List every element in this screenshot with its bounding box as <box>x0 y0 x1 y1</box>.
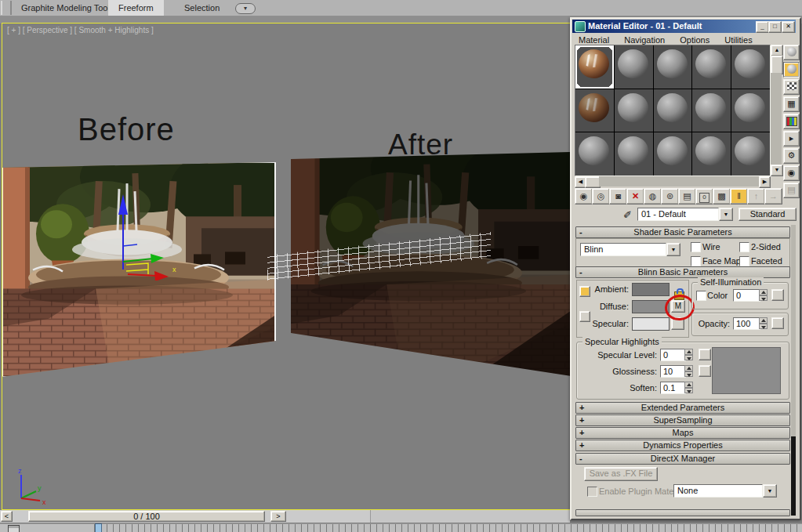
spinner-down-icon[interactable] <box>684 388 693 394</box>
open-mini-curve-editor-icon[interactable] <box>8 525 20 532</box>
spinner-up-icon[interactable] <box>684 365 693 371</box>
viewport-label[interactable]: [ + ] [ Perspective ] [ Smooth + Highlig… <box>7 26 154 34</box>
save-as-fx-file-button[interactable]: Save as .FX File <box>584 467 658 481</box>
slots-scroll-right[interactable]: ▶ <box>759 176 771 188</box>
menu-navigation[interactable]: Navigation <box>618 34 671 45</box>
rollout-shader-basic-parameters[interactable]: - Shader Basic Parameters <box>575 226 790 238</box>
make-material-copy-button[interactable]: ◍ <box>644 188 662 204</box>
track-bar-frame-indicator[interactable] <box>95 523 102 532</box>
specular-level-spinner[interactable] <box>684 349 693 360</box>
rollout-scrollbar-thumb[interactable] <box>791 436 796 516</box>
material-slot-textured[interactable] <box>575 89 614 132</box>
video-color-check-button[interactable] <box>783 114 800 129</box>
ambient-color-swatch[interactable] <box>632 283 670 296</box>
tab-freeform[interactable]: Freeform <box>108 0 164 16</box>
self-illum-value[interactable]: 0 <box>733 289 760 302</box>
chevron-down-icon[interactable]: ▼ <box>763 484 777 498</box>
diffuse-color-swatch[interactable] <box>632 300 670 313</box>
rollout-extended-parameters[interactable]: + Extended Parameters <box>575 402 790 414</box>
show-map-in-viewport-button[interactable]: ▩ <box>713 188 731 204</box>
rollout-supersampling[interactable]: + SuperSampling <box>575 414 790 426</box>
spinner-down-icon[interactable] <box>684 355 693 361</box>
spinner-up-icon[interactable] <box>684 382 693 388</box>
minimize-button[interactable]: _ <box>756 21 769 33</box>
rollout-blinn-basic-parameters[interactable]: - Blinn Basic Parameters <box>575 266 790 278</box>
rollout-partial[interactable] <box>575 509 790 516</box>
self-illum-spinner[interactable] <box>759 289 768 301</box>
material-slot[interactable] <box>615 89 653 132</box>
put-to-library-button[interactable]: ▤ <box>678 188 696 204</box>
tab-graphite-modeling-tools[interactable]: Graphite Modeling Tools <box>11 0 124 16</box>
chevron-down-icon[interactable]: ▼ <box>666 243 680 256</box>
shader-type-combo[interactable]: Blinn ▼ <box>580 243 680 256</box>
spinner-up-icon[interactable] <box>684 349 693 355</box>
material-slot[interactable] <box>731 89 770 132</box>
faceted-checkbox[interactable] <box>739 256 749 266</box>
get-material-button[interactable]: ◉ <box>575 188 593 204</box>
material-id-channel-button[interactable]: 0 <box>695 188 713 204</box>
slots-hscroll-track[interactable] <box>599 176 759 186</box>
specular-level-map-button[interactable] <box>699 349 711 360</box>
face-map-checkbox[interactable] <box>691 256 701 266</box>
material-slot-selected[interactable] <box>575 45 614 89</box>
time-slider-thumb[interactable]: 0 / 100 <box>28 511 265 522</box>
go-to-parent-button[interactable]: ↑ <box>747 188 765 204</box>
maximize-button[interactable]: □ <box>768 21 782 33</box>
ambient-diffuse-lock-button[interactable] <box>579 286 590 297</box>
next-frame-button[interactable]: > <box>270 511 286 522</box>
rollout-dynamics-properties[interactable]: + Dynamics Properties <box>575 440 790 451</box>
reset-map-button[interactable]: ✕ <box>626 188 644 204</box>
enable-plugin-material-checkbox[interactable] <box>587 487 597 497</box>
slots-vscroll-track[interactable] <box>771 73 782 165</box>
glossiness-spinner[interactable] <box>684 365 693 377</box>
spinner-up-icon[interactable] <box>759 289 768 295</box>
self-illum-map-button[interactable] <box>771 289 784 301</box>
make-preview-button[interactable]: ▸ <box>783 131 800 147</box>
material-slot[interactable] <box>731 132 770 176</box>
rollout-maps[interactable]: + Maps <box>575 427 790 439</box>
opacity-spinner[interactable] <box>759 317 768 329</box>
diffuse-specular-lock-button[interactable] <box>579 311 590 322</box>
background-button[interactable] <box>783 79 800 95</box>
move-gizmo[interactable]: x <box>111 193 181 280</box>
ribbon-minimize-dropdown[interactable]: ▾ <box>235 3 256 14</box>
menu-utilities[interactable]: Utilities <box>718 34 758 45</box>
slots-hscroll-thumb[interactable] <box>585 176 601 188</box>
put-material-to-scene-button[interactable]: ◎ <box>592 188 610 204</box>
material-editor-titlebar[interactable]: Material Editor - 01 - Default _ □ ✕ <box>572 20 796 33</box>
make-unique-button[interactable]: ⊚ <box>661 188 679 204</box>
material-name-combo[interactable]: 01 - Default ▼ <box>637 208 733 221</box>
ribbon-drag-handle[interactable] <box>1 1 12 15</box>
rollout-scrollbar-track[interactable] <box>791 225 796 516</box>
material-slot[interactable] <box>575 132 614 176</box>
opacity-value[interactable]: 100 <box>733 317 760 330</box>
material-editor-options-button[interactable]: ⚙ <box>783 148 800 164</box>
sample-type-button[interactable] <box>783 45 800 60</box>
plugin-material-combo[interactable]: None ▼ <box>673 484 777 498</box>
slots-vscroll-thumb[interactable] <box>771 56 783 74</box>
spinner-up-icon[interactable] <box>759 317 768 324</box>
close-button[interactable]: ✕ <box>782 21 795 33</box>
material-map-navigator-button[interactable]: ▤ <box>783 183 800 198</box>
material-slot[interactable] <box>654 45 692 89</box>
glossiness-value[interactable]: 10 <box>660 365 686 378</box>
material-slot[interactable] <box>692 132 731 176</box>
wire-checkbox[interactable] <box>691 242 701 252</box>
material-slot[interactable] <box>654 132 692 176</box>
rollout-directx-manager[interactable]: - DirectX Manager <box>575 453 790 465</box>
menu-options[interactable]: Options <box>673 34 716 45</box>
opacity-map-button[interactable] <box>771 317 784 329</box>
two-sided-checkbox[interactable] <box>739 242 749 252</box>
perspective-viewport[interactable]: [ + ] [ Perspective ] [ Smooth + Highlig… <box>2 23 571 510</box>
spinner-down-icon[interactable] <box>684 371 693 378</box>
pick-material-from-object-button[interactable]: ✐ <box>623 209 632 221</box>
sample-uv-tiling-button[interactable]: ▦ <box>783 96 800 112</box>
time-slider-track[interactable]: < 0 / 100 > <box>0 510 371 523</box>
material-slot[interactable] <box>692 89 731 132</box>
slots-scroll-up[interactable]: ▲ <box>771 45 783 56</box>
spinner-down-icon[interactable] <box>759 324 768 330</box>
soften-value[interactable]: 0.1 <box>660 382 686 394</box>
specular-color-swatch[interactable] <box>632 317 670 331</box>
spinner-down-icon[interactable] <box>759 295 768 302</box>
assign-material-to-selection-button[interactable]: ◙ <box>609 188 627 204</box>
